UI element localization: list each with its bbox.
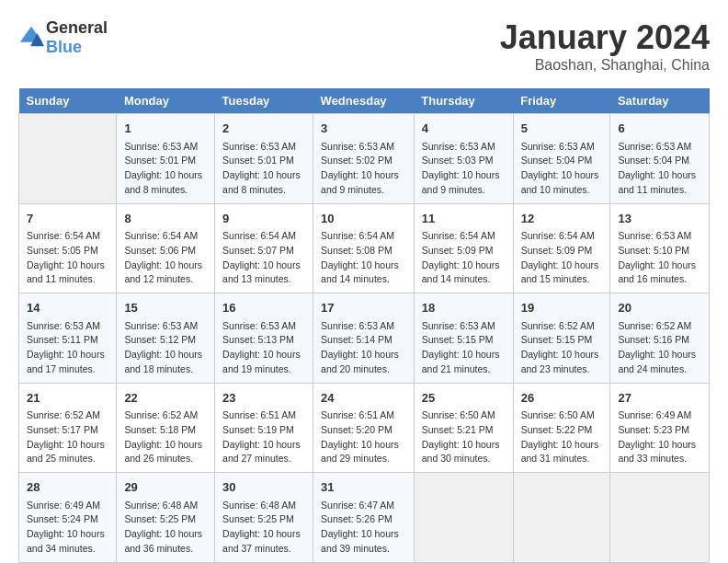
day-number: 11	[422, 210, 506, 228]
day-info: Sunrise: 6:52 AMSunset: 5:18 PMDaylight:…	[124, 408, 207, 466]
day-number: 23	[222, 389, 305, 408]
header-cell-sunday: Sunday	[19, 88, 117, 114]
day-number: 28	[27, 478, 108, 497]
day-number: 12	[521, 210, 603, 228]
day-number: 3	[321, 120, 406, 138]
calendar-cell: 2Sunrise: 6:53 AMSunset: 5:01 PMDaylight…	[215, 114, 313, 204]
calendar-cell: 18Sunrise: 6:53 AMSunset: 5:15 PMDayligh…	[414, 293, 513, 384]
logo-general: General	[46, 18, 108, 37]
day-number: 5	[521, 120, 603, 138]
calendar-cell: 16Sunrise: 6:53 AMSunset: 5:13 PMDayligh…	[215, 293, 313, 384]
week-row-4: 21Sunrise: 6:52 AMSunset: 5:17 PMDayligh…	[19, 383, 710, 473]
day-info: Sunrise: 6:54 AMSunset: 5:05 PMDaylight:…	[27, 229, 108, 287]
calendar-cell: 8Sunrise: 6:54 AMSunset: 5:06 PMDaylight…	[117, 203, 215, 293]
calendar-cell: 6Sunrise: 6:53 AMSunset: 5:04 PMDaylight…	[610, 114, 710, 204]
day-info: Sunrise: 6:53 AMSunset: 5:13 PMDaylight:…	[222, 319, 305, 377]
calendar-cell: 7Sunrise: 6:54 AMSunset: 5:05 PMDaylight…	[19, 203, 117, 293]
calendar-cell: 1Sunrise: 6:53 AMSunset: 5:01 PMDaylight…	[117, 114, 215, 204]
day-info: Sunrise: 6:47 AMSunset: 5:26 PMDaylight:…	[321, 499, 406, 557]
header-cell-thursday: Thursday	[414, 88, 513, 114]
header-cell-saturday: Saturday	[610, 88, 710, 114]
day-info: Sunrise: 6:52 AMSunset: 5:16 PMDaylight:…	[618, 319, 701, 377]
day-info: Sunrise: 6:54 AMSunset: 5:07 PMDaylight:…	[222, 229, 305, 287]
day-info: Sunrise: 6:54 AMSunset: 5:09 PMDaylight:…	[521, 229, 603, 287]
day-info: Sunrise: 6:53 AMSunset: 5:10 PMDaylight:…	[618, 229, 701, 287]
page-subtitle: Baoshan, Shanghai, China	[500, 57, 710, 74]
calendar-cell	[414, 473, 513, 563]
calendar-cell: 9Sunrise: 6:54 AMSunset: 5:07 PMDaylight…	[215, 203, 313, 293]
day-number: 31	[321, 478, 406, 497]
day-number: 1	[124, 120, 207, 138]
day-number: 21	[27, 389, 108, 408]
day-number: 19	[521, 299, 603, 317]
calendar-cell	[610, 473, 710, 563]
calendar-cell: 29Sunrise: 6:48 AMSunset: 5:25 PMDayligh…	[117, 473, 215, 563]
week-row-5: 28Sunrise: 6:49 AMSunset: 5:24 PMDayligh…	[19, 473, 710, 563]
logo: General Blue	[18, 18, 108, 57]
calendar-cell: 5Sunrise: 6:53 AMSunset: 5:04 PMDaylight…	[513, 114, 610, 204]
calendar-cell: 25Sunrise: 6:50 AMSunset: 5:21 PMDayligh…	[414, 383, 513, 473]
day-info: Sunrise: 6:54 AMSunset: 5:08 PMDaylight:…	[321, 229, 406, 287]
day-number: 29	[124, 478, 207, 497]
calendar-cell: 27Sunrise: 6:49 AMSunset: 5:23 PMDayligh…	[610, 383, 710, 473]
day-info: Sunrise: 6:51 AMSunset: 5:19 PMDaylight:…	[222, 408, 305, 466]
day-number: 22	[124, 389, 207, 408]
calendar-cell	[19, 114, 117, 204]
calendar-cell: 4Sunrise: 6:53 AMSunset: 5:03 PMDaylight…	[414, 114, 513, 204]
calendar-cell: 12Sunrise: 6:54 AMSunset: 5:09 PMDayligh…	[513, 203, 610, 293]
calendar-cell: 31Sunrise: 6:47 AMSunset: 5:26 PMDayligh…	[313, 473, 415, 563]
day-number: 18	[422, 299, 506, 317]
day-number: 15	[124, 299, 207, 317]
day-info: Sunrise: 6:53 AMSunset: 5:12 PMDaylight:…	[124, 319, 207, 377]
day-info: Sunrise: 6:53 AMSunset: 5:03 PMDaylight:…	[422, 140, 506, 198]
week-row-2: 7Sunrise: 6:54 AMSunset: 5:05 PMDaylight…	[19, 203, 710, 293]
header-cell-tuesday: Tuesday	[215, 88, 313, 114]
calendar-cell: 20Sunrise: 6:52 AMSunset: 5:16 PMDayligh…	[610, 293, 710, 384]
day-info: Sunrise: 6:51 AMSunset: 5:20 PMDaylight:…	[321, 408, 406, 466]
day-info: Sunrise: 6:53 AMSunset: 5:11 PMDaylight:…	[27, 319, 108, 377]
day-info: Sunrise: 6:52 AMSunset: 5:15 PMDaylight:…	[521, 319, 603, 377]
calendar-cell: 26Sunrise: 6:50 AMSunset: 5:22 PMDayligh…	[513, 383, 610, 473]
calendar-cell: 19Sunrise: 6:52 AMSunset: 5:15 PMDayligh…	[513, 293, 610, 384]
title-block: January 2024 Baoshan, Shanghai, China	[500, 18, 710, 74]
day-number: 27	[618, 389, 701, 408]
day-info: Sunrise: 6:49 AMSunset: 5:23 PMDaylight:…	[618, 408, 701, 466]
day-number: 8	[124, 210, 207, 228]
header-cell-wednesday: Wednesday	[313, 88, 415, 114]
calendar-cell: 10Sunrise: 6:54 AMSunset: 5:08 PMDayligh…	[313, 203, 415, 293]
calendar-cell: 14Sunrise: 6:53 AMSunset: 5:11 PMDayligh…	[19, 293, 117, 384]
day-info: Sunrise: 6:54 AMSunset: 5:09 PMDaylight:…	[422, 229, 506, 287]
page-title: January 2024	[500, 18, 710, 57]
day-info: Sunrise: 6:53 AMSunset: 5:01 PMDaylight:…	[222, 140, 305, 198]
day-number: 17	[321, 299, 406, 317]
calendar-cell: 3Sunrise: 6:53 AMSunset: 5:02 PMDaylight…	[313, 114, 415, 204]
week-row-3: 14Sunrise: 6:53 AMSunset: 5:11 PMDayligh…	[19, 293, 710, 384]
day-number: 13	[618, 210, 701, 228]
day-info: Sunrise: 6:54 AMSunset: 5:06 PMDaylight:…	[124, 229, 207, 287]
day-number: 6	[618, 120, 701, 138]
calendar-cell: 24Sunrise: 6:51 AMSunset: 5:20 PMDayligh…	[313, 383, 415, 473]
calendar-cell: 17Sunrise: 6:53 AMSunset: 5:14 PMDayligh…	[313, 293, 415, 384]
day-number: 2	[222, 120, 305, 138]
day-info: Sunrise: 6:53 AMSunset: 5:02 PMDaylight:…	[321, 140, 406, 198]
calendar-cell: 28Sunrise: 6:49 AMSunset: 5:24 PMDayligh…	[19, 473, 117, 563]
day-number: 26	[521, 389, 603, 408]
day-number: 10	[321, 210, 406, 228]
calendar-cell: 15Sunrise: 6:53 AMSunset: 5:12 PMDayligh…	[117, 293, 215, 384]
header-row: SundayMondayTuesdayWednesdayThursdayFrid…	[19, 88, 710, 114]
calendar-header: SundayMondayTuesdayWednesdayThursdayFrid…	[19, 88, 710, 114]
day-info: Sunrise: 6:53 AMSunset: 5:04 PMDaylight:…	[521, 140, 603, 198]
calendar-body: 1Sunrise: 6:53 AMSunset: 5:01 PMDaylight…	[19, 114, 710, 563]
calendar-cell: 13Sunrise: 6:53 AMSunset: 5:10 PMDayligh…	[610, 203, 710, 293]
day-info: Sunrise: 6:48 AMSunset: 5:25 PMDaylight:…	[222, 499, 305, 557]
day-info: Sunrise: 6:53 AMSunset: 5:15 PMDaylight:…	[422, 319, 506, 377]
day-info: Sunrise: 6:53 AMSunset: 5:04 PMDaylight:…	[618, 140, 701, 198]
header-cell-monday: Monday	[117, 88, 215, 114]
calendar-table: SundayMondayTuesdayWednesdayThursdayFrid…	[18, 88, 710, 563]
day-number: 20	[618, 299, 701, 317]
calendar-cell: 22Sunrise: 6:52 AMSunset: 5:18 PMDayligh…	[117, 383, 215, 473]
day-info: Sunrise: 6:48 AMSunset: 5:25 PMDaylight:…	[124, 499, 207, 557]
day-info: Sunrise: 6:49 AMSunset: 5:24 PMDaylight:…	[27, 499, 108, 557]
day-info: Sunrise: 6:52 AMSunset: 5:17 PMDaylight:…	[27, 408, 108, 466]
calendar-cell	[513, 473, 610, 563]
